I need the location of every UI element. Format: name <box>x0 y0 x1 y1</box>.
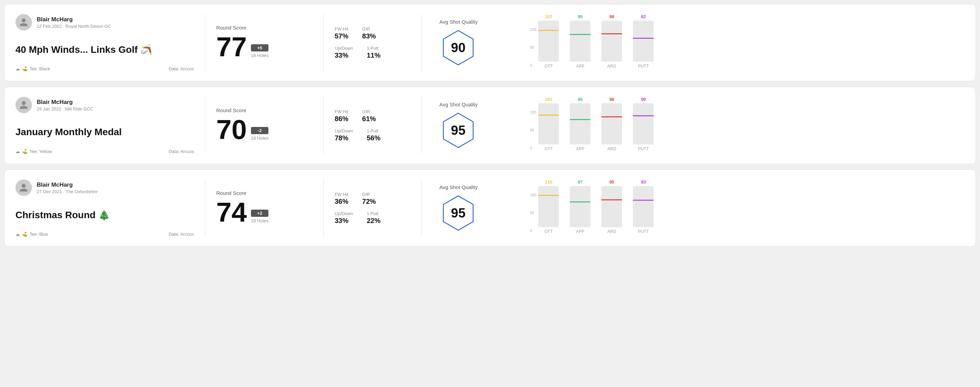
bar-line <box>601 199 622 200</box>
quality-section: Avg Shot Quality95 <box>433 97 522 154</box>
stat-updown: Up/Down33% <box>335 46 353 59</box>
user-name: Blair McHarg <box>37 181 98 188</box>
chart-section: 100500107OTT95APP98ARG82PUTT <box>522 14 964 71</box>
y-axis-label: 100 <box>530 110 536 114</box>
stat-fw-hit-value: 57% <box>335 32 348 40</box>
stats-section: FW Hit86%GIR61%Up/Down78%1 Putt56% <box>335 97 410 154</box>
bar-label: ARG <box>607 146 616 151</box>
bar-line <box>601 33 622 34</box>
bar-fill <box>570 35 590 62</box>
stat-fw-hit: FW Hit86% <box>335 109 348 123</box>
divider <box>323 179 324 237</box>
stat-row: Up/Down33%1 Putt22% <box>335 211 410 225</box>
user-text: Blair McHarg27 Dec 2021 · The Oxfordshir… <box>37 181 98 194</box>
score-number: 74 <box>216 199 247 226</box>
bar-line <box>538 30 559 31</box>
score-number: 70 <box>216 116 247 143</box>
score-section: Round Score74+218 Holes <box>216 179 312 237</box>
bar-fill <box>538 116 559 144</box>
bar-value: 110 <box>545 179 553 185</box>
round-score-label: Round Score <box>216 190 312 196</box>
round-title: Christmas Round 🎄 <box>16 209 194 220</box>
divider <box>421 97 422 154</box>
y-axis-label: 50 <box>530 45 536 49</box>
score-number: 77 <box>216 33 247 61</box>
quality-label: Avg Shot Quality <box>439 102 477 107</box>
bar-group-ott: 107OTT <box>538 14 559 68</box>
stat-fw-hit-value: 36% <box>335 198 348 206</box>
user-text: Blair McHarg29 Jan 2022 · Mill Ride GCC <box>37 99 93 111</box>
bar-fill <box>601 200 622 227</box>
stat-row: Up/Down78%1 Putt56% <box>335 128 410 142</box>
bar-value: 87 <box>578 179 582 185</box>
stats-section: FW Hit57%GIR83%Up/Down33%1 Putt11% <box>335 14 410 71</box>
card-left-section: Blair McHarg29 Jan 2022 · Mill Ride GCCJ… <box>16 97 194 154</box>
bar-chart: 101OTT86APP96ARG99PUTT <box>538 97 964 151</box>
bar-wrapper <box>570 21 590 62</box>
stat-oneputt-value: 11% <box>367 51 380 59</box>
stat-gir: GIR61% <box>362 109 376 123</box>
bar-fill <box>570 120 590 144</box>
bar-value: 82 <box>641 14 646 19</box>
stat-oneputt: 1 Putt22% <box>367 211 380 225</box>
score-row: 74+218 Holes <box>216 199 312 226</box>
tee-text: Tee: Yellow <box>30 149 52 154</box>
stats-section: FW Hit36%GIR72%Up/Down33%1 Putt22% <box>335 179 410 237</box>
bar-group-arg: 96ARG <box>601 97 622 151</box>
bar-wrapper <box>633 21 654 62</box>
y-axis: 100500 <box>530 193 538 234</box>
bar-label: APP <box>576 146 584 151</box>
y-axis: 100500 <box>530 27 538 68</box>
quality-label: Avg Shot Quality <box>439 19 477 25</box>
holes-text: 18 Holes <box>251 53 269 58</box>
stat-fw-hit-label: FW Hit <box>335 109 348 114</box>
data-source: Data: Arccos <box>169 149 194 154</box>
bag-icon: ⛳ <box>22 149 27 154</box>
bar-line <box>570 119 590 120</box>
bar-label: APP <box>576 64 584 68</box>
bar-fill <box>538 196 559 227</box>
tee-left: ☁⛳Tee: Black <box>16 66 50 71</box>
bar-label: PUTT <box>638 146 649 151</box>
bar-group-putt: 93PUTT <box>633 179 654 234</box>
bar-wrapper <box>633 103 654 144</box>
user-name: Blair McHarg <box>37 99 93 106</box>
bar-label: PUTT <box>638 64 649 68</box>
bar-line <box>538 195 559 196</box>
bar-label: OTT <box>544 229 553 234</box>
stat-gir-label: GIR <box>362 26 376 32</box>
quality-section: Avg Shot Quality90 <box>433 14 522 71</box>
cloud-icon: ☁ <box>16 66 20 71</box>
bar-line <box>570 34 590 35</box>
bar-label: OTT <box>544 146 553 151</box>
bar-value: 95 <box>609 179 614 185</box>
stat-row: FW Hit57%GIR83% <box>335 26 410 40</box>
y-axis-label: 50 <box>530 128 536 132</box>
stat-gir-value: 61% <box>362 115 376 123</box>
stat-updown-label: Up/Down <box>335 46 353 51</box>
stat-updown-label: Up/Down <box>335 211 353 216</box>
quality-score: 95 <box>451 123 465 138</box>
bar-fill <box>633 116 654 144</box>
score-modifier-badge: -2 <box>251 127 269 134</box>
bar-value: 98 <box>609 14 614 19</box>
data-source: Data: Arccos <box>169 232 194 237</box>
avatar <box>16 179 32 196</box>
y-axis-label: 50 <box>530 211 536 215</box>
user-date: 29 Jan 2022 · Mill Ride GCC <box>37 106 93 111</box>
hex-quality-container: 90 <box>439 29 477 67</box>
score-row: 77+518 Holes <box>216 33 312 61</box>
divider <box>421 14 422 71</box>
bar-wrapper <box>633 186 654 227</box>
round-title: 40 Mph Winds... Links Golf 🪃 <box>16 44 194 55</box>
stat-updown: Up/Down78% <box>335 128 353 142</box>
stat-oneputt: 1 Putt56% <box>367 128 380 142</box>
bar-value: 93 <box>641 179 646 185</box>
bar-fill <box>601 117 622 144</box>
stat-gir-value: 72% <box>362 198 376 206</box>
divider <box>323 14 324 71</box>
bar-label: PUTT <box>638 229 649 234</box>
divider <box>421 179 422 237</box>
holes-text: 18 Holes <box>251 135 269 141</box>
bar-value: 95 <box>578 14 582 19</box>
